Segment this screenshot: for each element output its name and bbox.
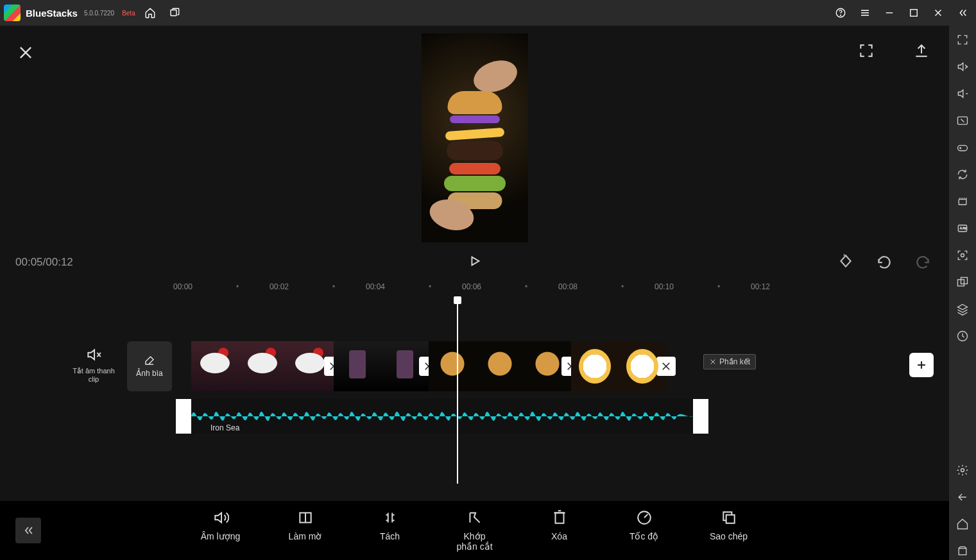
preview-area: 00:05/00:12 — [0, 26, 949, 276]
time-ruler[interactable]: 00:00• 00:02• 00:04• 00:06• 00:08• 00:10… — [0, 276, 949, 298]
svg-rect-6 — [959, 199, 966, 205]
clip-thumb[interactable] — [239, 341, 286, 391]
export-button[interactable] — [913, 42, 930, 62]
beta-tag: Beta — [122, 10, 135, 17]
clip-thumb[interactable] — [286, 341, 334, 391]
titlebar: BlueStacks 5.0.0.7220 Beta — [0, 0, 976, 26]
tool-copy[interactable]: Sao chép — [706, 509, 751, 552]
ruler-tick: 00:00 — [173, 282, 193, 291]
close-editor-button[interactable] — [17, 44, 35, 64]
audio-name: Iron Sea — [210, 423, 239, 432]
app-stage: 00:05/00:12 00:00• 00:02• 00:04• 00:06• … — [0, 26, 949, 560]
tool-speed[interactable]: Tốc độ — [622, 509, 667, 552]
svg-point-8 — [961, 254, 964, 257]
ruler-tick: 00:04 — [366, 282, 385, 291]
transition-button[interactable] — [656, 357, 676, 376]
tool-label: Âm lượng — [201, 531, 241, 541]
svg-rect-17 — [726, 515, 734, 523]
close-window-icon[interactable] — [929, 3, 948, 22]
tool-label: Sao chép — [710, 531, 748, 541]
maximize-icon[interactable] — [904, 3, 923, 22]
layers-icon[interactable] — [954, 300, 972, 318]
svg-rect-0 — [171, 10, 176, 16]
screenshot-icon[interactable] — [954, 246, 972, 264]
bottom-toolbar: Âm lượng Làm mờ Tách Khớp phần cắt Xóa T… — [0, 501, 949, 560]
ruler-tick: 00:10 — [655, 282, 674, 291]
clip-thumb[interactable] — [429, 341, 476, 391]
recents-icon[interactable] — [165, 3, 184, 22]
clip-thumb[interactable] — [334, 341, 381, 391]
home-icon[interactable] — [141, 3, 160, 22]
timeline[interactable]: Tắt âm thanh clip Ảnh bìa — [0, 298, 949, 490]
ruler-tick: 00:08 — [558, 282, 578, 291]
apk-icon[interactable] — [954, 219, 972, 237]
audio-clip[interactable]: Iron Sea — [176, 399, 708, 434]
clip-thumb[interactable] — [524, 341, 571, 391]
tool-label: Xóa — [551, 531, 567, 541]
audio-handle-left[interactable] — [176, 399, 191, 434]
tool-label: Tốc độ — [629, 531, 658, 541]
clip-thumb[interactable] — [619, 341, 666, 391]
tool-delete[interactable]: Xóa — [537, 509, 582, 552]
bluestacks-logo-icon — [4, 4, 21, 21]
video-preview — [422, 33, 528, 242]
svg-rect-5 — [958, 146, 968, 151]
volume-up-icon[interactable] — [954, 58, 972, 76]
audio-handle-right[interactable] — [693, 399, 708, 434]
timecode: 00:05/00:12 — [15, 256, 73, 269]
brand-name: BlueStacks — [26, 8, 78, 19]
help-icon[interactable] — [831, 3, 850, 22]
volume-down-icon[interactable] — [954, 85, 972, 103]
clip-thumb[interactable] — [191, 341, 239, 391]
sync-icon[interactable] — [954, 165, 972, 183]
clip-thumb[interactable] — [571, 341, 619, 391]
clip-thumb[interactable] — [476, 341, 524, 391]
playhead[interactable] — [457, 298, 458, 484]
svg-rect-15 — [555, 513, 563, 523]
fullscreen-icon[interactable] — [954, 31, 972, 49]
redo-button[interactable] — [914, 253, 931, 272]
tool-trim[interactable]: Khớp phần cắt — [452, 509, 497, 552]
keymap-icon[interactable] — [954, 112, 972, 130]
minimize-icon[interactable] — [880, 3, 899, 22]
side-rail — [949, 26, 976, 560]
cover-thumb-button[interactable]: Ảnh bìa — [127, 341, 172, 391]
tool-label: Tách — [380, 531, 400, 541]
video-track[interactable] — [191, 341, 666, 391]
menu-icon[interactable] — [855, 3, 875, 22]
tool-volume[interactable]: Âm lượng — [198, 509, 243, 552]
svg-point-2 — [841, 15, 841, 15]
mute-clip-button[interactable]: Tắt âm thanh clip — [69, 346, 118, 383]
svg-rect-3 — [911, 10, 918, 17]
collapse-tools-button[interactable] — [15, 518, 41, 543]
overview-icon[interactable] — [954, 542, 972, 560]
clock-icon[interactable] — [954, 327, 972, 345]
keyframe-button[interactable] — [837, 253, 854, 272]
gamepad-icon[interactable] — [954, 139, 972, 157]
add-clip-button[interactable] — [909, 353, 934, 377]
svg-point-12 — [961, 469, 964, 472]
clip-thumb[interactable] — [381, 341, 429, 391]
multi-window-icon[interactable] — [954, 273, 972, 291]
end-section-label: Phần kết — [719, 357, 750, 366]
ruler-tick: 00:12 — [751, 282, 770, 291]
settings-icon[interactable] — [954, 461, 972, 479]
tool-fade[interactable]: Làm mờ — [283, 509, 328, 552]
mute-clip-label: Tắt âm thanh clip — [69, 367, 118, 383]
tool-split[interactable]: Tách — [368, 509, 413, 552]
tool-label: Khớp phần cắt — [452, 531, 497, 552]
tool-label: Làm mờ — [289, 531, 322, 541]
end-section-tag[interactable]: Phần kết — [703, 354, 756, 369]
playback-row: 00:05/00:12 — [0, 249, 949, 276]
memory-icon[interactable] — [954, 192, 972, 210]
play-button[interactable] — [468, 254, 482, 271]
home-nav-icon[interactable] — [954, 515, 972, 533]
ruler-tick: 00:06 — [462, 282, 481, 291]
undo-button[interactable] — [876, 253, 893, 272]
back-icon[interactable] — [954, 488, 972, 506]
audio-waveform: Iron Sea — [191, 399, 693, 434]
collapse-rail-icon[interactable] — [953, 3, 972, 22]
expand-preview-button[interactable] — [858, 42, 875, 62]
cover-label: Ảnh bìa — [136, 369, 162, 378]
svg-rect-13 — [959, 548, 966, 555]
